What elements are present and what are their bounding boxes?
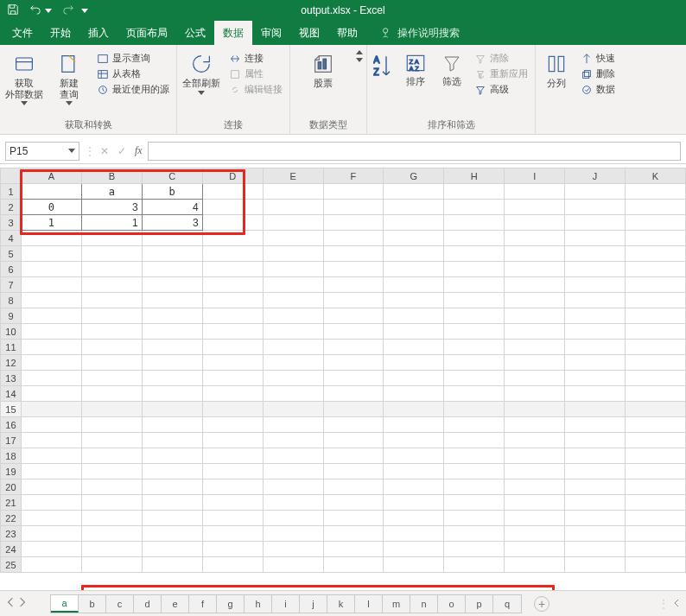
cell-F13[interactable] xyxy=(323,371,384,386)
cell-I21[interactable] xyxy=(505,495,565,511)
sheet-tab-a[interactable]: a xyxy=(51,595,79,613)
cell-E7[interactable] xyxy=(263,277,323,293)
cell-A18[interactable] xyxy=(21,448,81,464)
cell-G4[interactable] xyxy=(384,231,444,246)
cell-I14[interactable] xyxy=(505,386,565,402)
row-header-17[interactable]: 17 xyxy=(1,433,22,448)
next-sheet-icon[interactable] xyxy=(17,597,28,610)
tab-file[interactable]: 文件 xyxy=(3,21,41,45)
tab-help[interactable]: 帮助 xyxy=(328,21,366,45)
cell-C19[interactable] xyxy=(142,464,202,479)
sheet-tab-o[interactable]: o xyxy=(438,595,466,613)
row-header-12[interactable]: 12 xyxy=(1,355,22,371)
cell-C20[interactable] xyxy=(142,479,202,495)
cell-A20[interactable] xyxy=(21,479,81,495)
column-header-D[interactable]: D xyxy=(202,168,263,184)
scroll-left-icon[interactable] xyxy=(672,598,681,610)
cell-I18[interactable] xyxy=(505,448,565,464)
cell-E8[interactable] xyxy=(263,293,323,308)
name-box[interactable]: P15 xyxy=(5,142,79,161)
cell-C14[interactable] xyxy=(142,386,202,402)
cell-G12[interactable] xyxy=(384,355,444,371)
cell-B7[interactable] xyxy=(81,277,142,293)
cell-H17[interactable] xyxy=(444,433,505,448)
connections-button[interactable]: 连接 xyxy=(229,52,283,65)
row-header-24[interactable]: 24 xyxy=(1,542,22,557)
cell-J3[interactable] xyxy=(565,215,626,231)
cell-K13[interactable] xyxy=(626,371,686,386)
cell-B5[interactable] xyxy=(81,246,142,262)
cell-D5[interactable] xyxy=(202,246,263,262)
column-header-H[interactable]: H xyxy=(444,168,505,184)
cell-A9[interactable] xyxy=(21,308,81,324)
cell-H24[interactable] xyxy=(444,542,505,557)
cell-C15[interactable] xyxy=(142,402,202,417)
cell-J4[interactable] xyxy=(565,231,626,246)
sheet-tab-b[interactable]: b xyxy=(79,595,106,613)
cell-K18[interactable] xyxy=(626,448,686,464)
select-all-cell[interactable] xyxy=(1,168,22,184)
cell-E1[interactable] xyxy=(263,184,323,200)
cell-K21[interactable] xyxy=(626,495,686,511)
cell-E16[interactable] xyxy=(263,417,323,433)
sheet-tab-m[interactable]: m xyxy=(383,595,410,613)
cell-E10[interactable] xyxy=(263,324,323,340)
cell-G21[interactable] xyxy=(384,495,444,511)
cell-D10[interactable] xyxy=(202,324,263,340)
cell-D23[interactable] xyxy=(202,526,263,542)
cell-G5[interactable] xyxy=(384,246,444,262)
cell-I5[interactable] xyxy=(505,246,565,262)
sheet-tab-g[interactable]: g xyxy=(217,595,245,613)
cell-I13[interactable] xyxy=(505,371,565,386)
sheet-tab-k[interactable]: k xyxy=(327,595,355,613)
cell-J6[interactable] xyxy=(565,262,626,277)
cell-K17[interactable] xyxy=(626,433,686,448)
cell-H7[interactable] xyxy=(444,277,505,293)
row-header-21[interactable]: 21 xyxy=(1,495,22,511)
cell-B12[interactable] xyxy=(81,355,142,371)
cell-F18[interactable] xyxy=(323,448,384,464)
cell-A1[interactable] xyxy=(21,184,81,200)
cell-B21[interactable] xyxy=(81,495,142,511)
cell-D2[interactable] xyxy=(202,200,263,215)
cell-H25[interactable] xyxy=(444,557,505,573)
tab-data[interactable]: 数据 xyxy=(214,21,252,45)
cell-B19[interactable] xyxy=(81,464,142,479)
cell-F21[interactable] xyxy=(323,495,384,511)
cell-G25[interactable] xyxy=(384,557,444,573)
cell-K6[interactable] xyxy=(626,262,686,277)
cell-J22[interactable] xyxy=(565,511,626,526)
cell-F25[interactable] xyxy=(323,557,384,573)
sheet-tab-e[interactable]: e xyxy=(162,595,189,613)
cell-G1[interactable] xyxy=(384,184,444,200)
cell-B4[interactable] xyxy=(81,231,142,246)
cell-K24[interactable] xyxy=(626,542,686,557)
cell-D9[interactable] xyxy=(202,308,263,324)
cell-G13[interactable] xyxy=(384,371,444,386)
cell-B18[interactable] xyxy=(81,448,142,464)
cell-I22[interactable] xyxy=(505,511,565,526)
cell-C21[interactable] xyxy=(142,495,202,511)
cell-D11[interactable] xyxy=(202,340,263,355)
cell-D7[interactable] xyxy=(202,277,263,293)
redo-icon[interactable] xyxy=(62,3,74,18)
cell-E17[interactable] xyxy=(263,433,323,448)
column-header-G[interactable]: G xyxy=(384,168,444,184)
cell-F5[interactable] xyxy=(323,246,384,262)
undo-icon[interactable] xyxy=(29,3,41,18)
chevron-down-icon[interactable] xyxy=(68,149,75,153)
row-header-9[interactable]: 9 xyxy=(1,308,22,324)
data-validation-button[interactable]: 数据 xyxy=(581,83,615,96)
cell-D21[interactable] xyxy=(202,495,263,511)
cell-D15[interactable] xyxy=(202,402,263,417)
row-header-8[interactable]: 8 xyxy=(1,293,22,308)
row-header-13[interactable]: 13 xyxy=(1,371,22,386)
cell-H4[interactable] xyxy=(444,231,505,246)
row-header-20[interactable]: 20 xyxy=(1,479,22,495)
save-icon[interactable] xyxy=(7,3,19,18)
row-header-5[interactable]: 5 xyxy=(1,246,22,262)
cell-J16[interactable] xyxy=(565,417,626,433)
cell-C23[interactable] xyxy=(142,526,202,542)
tab-formulas[interactable]: 公式 xyxy=(176,21,214,45)
cell-F6[interactable] xyxy=(323,262,384,277)
